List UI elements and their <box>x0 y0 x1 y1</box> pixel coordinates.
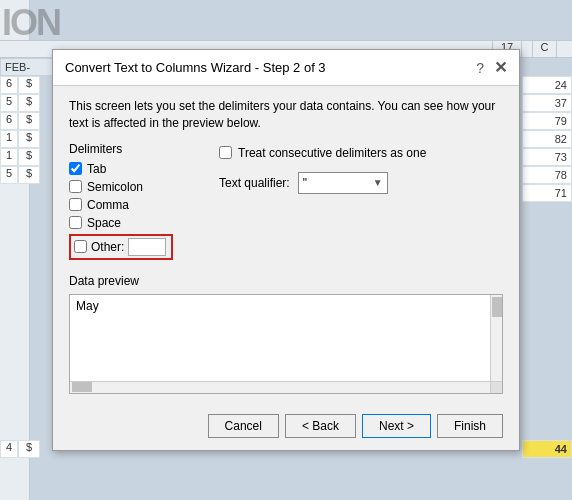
qualifier-row: Text qualifier: " ▼ <box>219 172 426 194</box>
preview-content: May <box>76 299 496 313</box>
tab-label: Tab <box>87 162 106 176</box>
delimiters-label: Delimiters <box>69 142 199 156</box>
titlebar-controls: ? ✕ <box>476 58 507 77</box>
wizard-dialog: Convert Text to Columns Wizard - Step 2 … <box>52 49 520 451</box>
finish-button[interactable]: Finish <box>437 414 503 438</box>
comma-label: Comma <box>87 198 129 212</box>
other-text-input[interactable] <box>128 238 166 256</box>
help-icon[interactable]: ? <box>476 60 484 76</box>
close-icon[interactable]: ✕ <box>494 58 507 77</box>
qualifier-select[interactable]: " ▼ <box>298 172 388 194</box>
qualifier-label: Text qualifier: <box>219 176 290 190</box>
dialog-titlebar: Convert Text to Columns Wizard - Step 2 … <box>53 50 519 86</box>
semicolon-checkbox[interactable] <box>69 180 82 193</box>
back-button[interactable]: < Back <box>285 414 356 438</box>
vertical-scrollbar[interactable] <box>490 295 502 381</box>
dialog-description: This screen lets you set the delimiters … <box>69 98 503 132</box>
cancel-button[interactable]: Cancel <box>208 414 279 438</box>
other-row-container: Other: <box>69 234 199 260</box>
dialog-backdrop: Convert Text to Columns Wizard - Step 2 … <box>0 0 572 500</box>
delimiters-section: Delimiters Tab Semicolon Comma <box>69 142 199 260</box>
preview-box: May <box>69 294 503 394</box>
dialog-title: Convert Text to Columns Wizard - Step 2 … <box>65 60 326 75</box>
comma-checkbox[interactable] <box>69 198 82 211</box>
scrollbar-corner <box>490 381 502 393</box>
comma-checkbox-row: Comma <box>69 198 199 212</box>
content-area: Delimiters Tab Semicolon Comma <box>69 142 503 260</box>
dropdown-arrow-icon: ▼ <box>373 177 383 188</box>
dialog-body: This screen lets you set the delimiters … <box>53 86 519 406</box>
other-checkbox[interactable] <box>74 240 87 253</box>
qualifier-value: " <box>303 176 307 190</box>
preview-label: Data preview <box>69 274 503 288</box>
consecutive-row: Treat consecutive delimiters as one <box>219 146 426 160</box>
next-button[interactable]: Next > <box>362 414 431 438</box>
other-highlight-box: Other: <box>69 234 173 260</box>
preview-section: Data preview May <box>69 274 503 394</box>
space-checkbox[interactable] <box>69 216 82 229</box>
tab-checkbox-row: Tab <box>69 162 199 176</box>
space-label: Space <box>87 216 121 230</box>
semicolon-checkbox-row: Semicolon <box>69 180 199 194</box>
other-label: Other: <box>91 240 124 254</box>
consecutive-checkbox[interactable] <box>219 146 232 159</box>
horizontal-scrollbar[interactable] <box>70 381 490 393</box>
space-checkbox-row: Space <box>69 216 199 230</box>
consecutive-label: Treat consecutive delimiters as one <box>238 146 426 160</box>
semicolon-label: Semicolon <box>87 180 143 194</box>
tab-checkbox[interactable] <box>69 162 82 175</box>
dialog-footer: Cancel < Back Next > Finish <box>53 406 519 450</box>
right-options: Treat consecutive delimiters as one Text… <box>219 142 426 194</box>
